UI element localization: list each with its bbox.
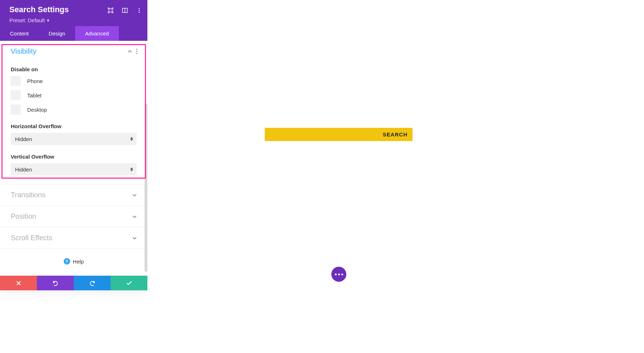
- tab-advanced[interactable]: Advanced: [75, 26, 119, 41]
- preset-label: Preset:: [9, 17, 26, 23]
- help-label: Help: [73, 258, 84, 265]
- horizontal-overflow-label: Horizontal Overflow: [11, 123, 137, 129]
- section-transitions-header[interactable]: Transitions: [0, 184, 147, 205]
- help-link[interactable]: ? Help: [0, 249, 147, 272]
- svg-point-4: [139, 10, 140, 11]
- disable-phone-checkbox[interactable]: [11, 76, 21, 86]
- tab-design[interactable]: Design: [39, 26, 75, 41]
- panel-header: Search Settings Preset: Default ▼: [0, 0, 147, 26]
- action-bar: [0, 276, 147, 290]
- section-position-title: Position: [11, 212, 36, 221]
- redo-button[interactable]: [74, 276, 111, 290]
- more-icon[interactable]: [136, 7, 142, 14]
- cancel-button[interactable]: [0, 276, 37, 290]
- chevron-up-icon[interactable]: [127, 49, 133, 54]
- chevron-down-icon: [132, 192, 137, 198]
- canvas-preview: SEARCH: [147, 0, 644, 353]
- help-icon: ?: [64, 258, 70, 265]
- vertical-overflow-select[interactable]: Hidden: [11, 163, 137, 175]
- scrollbar[interactable]: [145, 103, 147, 272]
- horizontal-overflow-value: Hidden: [15, 136, 32, 142]
- section-transitions: Transitions: [0, 184, 147, 206]
- floating-action-button[interactable]: [331, 267, 346, 282]
- horizontal-overflow-select[interactable]: Hidden: [11, 133, 137, 145]
- confirm-button[interactable]: [111, 276, 147, 290]
- section-more-icon[interactable]: [136, 49, 137, 54]
- section-visibility-controls: [127, 49, 137, 54]
- search-button-label: SEARCH: [383, 131, 408, 137]
- disable-phone-row: Phone: [11, 76, 137, 86]
- section-visibility: Visibility Disable on Phone Tablet: [0, 41, 147, 184]
- chevron-down-icon: [132, 235, 137, 241]
- tab-bar: Content Design Advanced: [0, 26, 147, 41]
- header-icon-row: [107, 7, 142, 14]
- section-transitions-title: Transitions: [11, 191, 45, 199]
- settings-panel: Search Settings Preset: Default ▼ Conten…: [0, 0, 147, 290]
- visibility-body: Disable on Phone Tablet Desktop Horizont…: [0, 66, 147, 184]
- disable-phone-label: Phone: [27, 78, 43, 84]
- svg-point-3: [139, 8, 140, 9]
- disable-on-label: Disable on: [11, 66, 137, 72]
- vertical-overflow-label: Vertical Overflow: [11, 154, 137, 160]
- panel-body: Visibility Disable on Phone Tablet: [0, 41, 147, 290]
- select-arrows-icon: [130, 168, 133, 171]
- vertical-overflow-value: Hidden: [15, 166, 32, 173]
- disable-desktop-row: Desktop: [11, 105, 137, 115]
- svg-point-5: [139, 12, 140, 13]
- select-arrows-icon: [130, 137, 133, 141]
- disable-desktop-checkbox[interactable]: [11, 105, 21, 115]
- svg-rect-0: [109, 9, 112, 12]
- disable-tablet-label: Tablet: [27, 92, 42, 98]
- disable-desktop-label: Desktop: [27, 107, 47, 113]
- section-scroll-effects-title: Scroll Effects: [11, 234, 52, 242]
- section-visibility-header[interactable]: Visibility: [0, 41, 147, 62]
- section-visibility-title: Visibility: [11, 47, 36, 55]
- disable-tablet-row: Tablet: [11, 90, 137, 100]
- section-scroll-effects-header[interactable]: Scroll Effects: [0, 227, 147, 248]
- section-scroll-effects: Scroll Effects: [0, 227, 147, 249]
- preset-selector[interactable]: Preset: Default ▼: [9, 17, 140, 23]
- disable-tablet-checkbox[interactable]: [11, 90, 21, 100]
- undo-button[interactable]: [37, 276, 74, 290]
- search-widget[interactable]: SEARCH: [265, 128, 413, 141]
- chevron-down-icon: [132, 214, 137, 219]
- expand-icon[interactable]: [107, 7, 114, 14]
- section-position-header[interactable]: Position: [0, 206, 147, 227]
- caret-down-icon: ▼: [46, 18, 50, 23]
- columns-icon[interactable]: [122, 7, 128, 14]
- tab-content[interactable]: Content: [0, 26, 39, 41]
- preset-value: Default: [28, 17, 45, 23]
- section-position: Position: [0, 206, 147, 227]
